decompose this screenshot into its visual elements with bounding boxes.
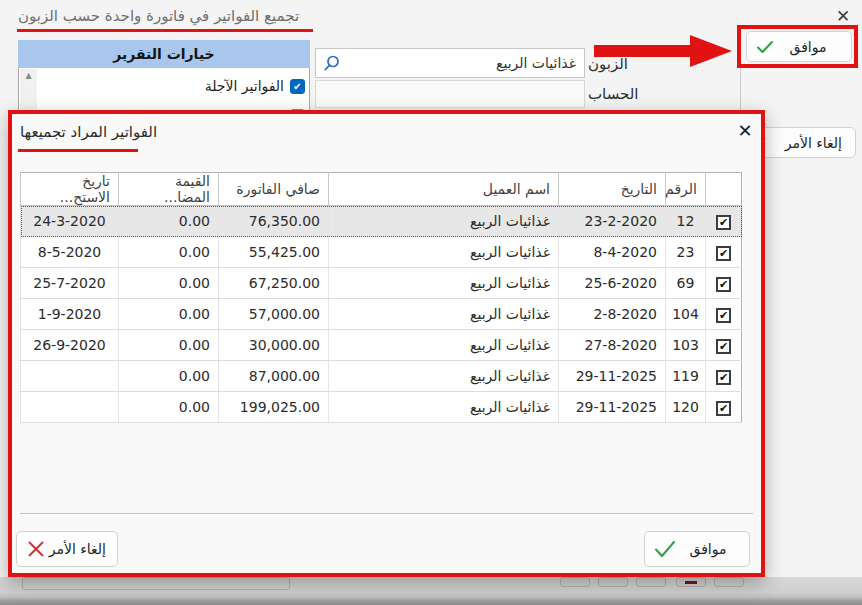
cell-net: 55,425.00	[219, 237, 329, 268]
row-checkbox[interactable]: ✔	[716, 401, 731, 416]
invoice-table-body: ✔1223-2-2020غذائيات الربيع76,350.000.002…	[21, 206, 742, 423]
cell-vat: 0.00	[119, 206, 219, 237]
cell-customer: غذائيات الربيع	[329, 361, 559, 392]
divider	[20, 513, 753, 514]
annotation-underline-modal-title	[18, 149, 138, 152]
modal-ok-label: موافق	[676, 541, 740, 557]
cell-number: 119	[666, 361, 706, 392]
column-header[interactable]: الرقم	[666, 173, 706, 206]
cell-number: 23	[666, 237, 706, 268]
annotation-underline-title	[17, 29, 313, 32]
cell-due: 24-3-2020	[21, 206, 119, 237]
search-icon	[323, 54, 341, 72]
checkbox-checked-icon[interactable]: ✔	[290, 79, 305, 94]
customer-search-input[interactable]: غذائيات الربيع	[315, 48, 585, 78]
row-checkbox[interactable]: ✔	[716, 308, 731, 323]
modal-cancel-button[interactable]: إلغاء الأمر	[16, 531, 118, 567]
invoices-table: الرقمالتاريخاسم العميلصافي الفاتورةالقيم…	[20, 172, 742, 423]
annotation-highlight-ok	[737, 25, 858, 68]
row-checkbox[interactable]: ✔	[716, 277, 731, 292]
cell-date: 23-2-2020	[559, 206, 666, 237]
check-icon	[654, 539, 676, 559]
background-toolbar-button-ghost	[714, 577, 744, 587]
dialog-title: تجميع الفواتير في فاتورة واحدة حسب الزبو…	[18, 7, 299, 25]
cell-number: 120	[666, 392, 706, 423]
modal-ok-button[interactable]: موافق	[644, 531, 750, 567]
scroll-up-icon[interactable]: ▲	[20, 69, 37, 83]
cell-net: 67,250.00	[219, 268, 329, 299]
modal-cancel-label: إلغاء الأمر	[46, 541, 108, 557]
invoice-row[interactable]: ✔10327-8-2020غذائيات الربيع30,000.000.00…	[21, 330, 742, 361]
x-icon	[26, 539, 46, 559]
cell-due: 25-7-2020	[21, 268, 119, 299]
invoice-row[interactable]: ✔1042-8-2020غذائيات الربيع57,000.000.001…	[21, 299, 742, 330]
cell-due	[21, 361, 119, 392]
account-label: الحساب	[588, 85, 639, 103]
option-label: الفواتير الآجلة	[205, 78, 284, 94]
cell-customer: غذائيات الربيع	[329, 330, 559, 361]
account-input[interactable]	[315, 80, 585, 108]
background-toolbar-button-ghost	[636, 577, 666, 587]
cell-due: 1-9-2020	[21, 299, 119, 330]
cell-date: 29-11-2025	[559, 392, 666, 423]
cell-vat: 0.00	[119, 361, 219, 392]
column-header[interactable]: اسم العميل	[329, 173, 559, 206]
cell-customer: غذائيات الربيع	[329, 268, 559, 299]
column-header[interactable]: القيمة المضا...	[119, 173, 219, 206]
cell-number: 12	[666, 206, 706, 237]
row-checkbox[interactable]: ✔	[716, 215, 731, 230]
column-header-select[interactable]	[706, 173, 742, 206]
cell-date: 27-8-2020	[559, 330, 666, 361]
invoices-to-group-modal: الفواتير المراد تجميعها ✕ الرقمالتاريخاس…	[8, 110, 765, 577]
column-header[interactable]: تاريخ الاستح...	[21, 173, 119, 206]
invoice-row[interactable]: ✔12029-11-2025غذائيات الربيع199,025.000.…	[21, 392, 742, 423]
invoice-row[interactable]: ✔6925-6-2020غذائيات الربيع67,250.000.002…	[21, 268, 742, 299]
modal-title: الفواتير المراد تجميعها	[20, 123, 157, 141]
cell-net: 87,000.00	[219, 361, 329, 392]
cell-net: 76,350.00	[219, 206, 329, 237]
cell-number: 103	[666, 330, 706, 361]
cell-due: 26-9-2020	[21, 330, 119, 361]
cell-net: 199,025.00	[219, 392, 329, 423]
report-options-header: خيارات التقرير	[18, 40, 310, 68]
background-toolbar-button-ghost	[560, 577, 590, 587]
background-window-edge	[0, 577, 862, 605]
cell-number: 69	[666, 268, 706, 299]
column-header[interactable]: صافي الفاتورة	[219, 173, 329, 206]
cell-customer: غذائيات الربيع	[329, 237, 559, 268]
cell-customer: غذائيات الربيع	[329, 392, 559, 423]
cell-vat: 0.00	[119, 237, 219, 268]
cell-vat: 0.00	[119, 330, 219, 361]
cell-due: 8-5-2020	[21, 237, 119, 268]
cell-date: 29-11-2025	[559, 361, 666, 392]
cell-date: 25-6-2020	[559, 268, 666, 299]
cell-vat: 0.00	[119, 268, 219, 299]
invoice-row[interactable]: ✔11929-11-2025غذائيات الربيع87,000.000.0…	[21, 361, 742, 392]
modal-close-icon[interactable]: ✕	[732, 118, 758, 144]
cell-due	[21, 392, 119, 423]
cell-customer: غذائيات الربيع	[329, 206, 559, 237]
cell-net: 30,000.00	[219, 330, 329, 361]
cell-date: 2-8-2020	[559, 299, 666, 330]
annotation-arrow-icon	[594, 33, 734, 69]
row-checkbox[interactable]: ✔	[716, 339, 731, 354]
background-toolbar-button-ghost	[676, 577, 706, 587]
customer-search-value: غذائيات الربيع	[341, 55, 584, 71]
cell-date: 8-4-2020	[559, 237, 666, 268]
cell-vat: 0.00	[119, 392, 219, 423]
cell-net: 57,000.00	[219, 299, 329, 330]
cell-vat: 0.00	[119, 299, 219, 330]
invoice-row[interactable]: ✔238-4-2020غذائيات الربيع55,425.000.008-…	[21, 237, 742, 268]
invoice-row[interactable]: ✔1223-2-2020غذائيات الربيع76,350.000.002…	[21, 206, 742, 237]
cell-customer: غذائيات الربيع	[329, 299, 559, 330]
background-toolbar-button-ghost	[598, 577, 628, 587]
row-checkbox[interactable]: ✔	[716, 370, 731, 385]
column-header[interactable]: التاريخ	[559, 173, 666, 206]
background-panel-ghost	[22, 577, 290, 590]
cancel-button-label: إلغاء الأمر	[767, 135, 846, 151]
row-checkbox[interactable]: ✔	[716, 246, 731, 261]
cell-number: 104	[666, 299, 706, 330]
invoice-table-header-row: الرقمالتاريخاسم العميلصافي الفاتورةالقيم…	[21, 173, 742, 206]
option-deferred-invoices[interactable]: ✔ الفواتير الآجلة	[205, 74, 305, 98]
